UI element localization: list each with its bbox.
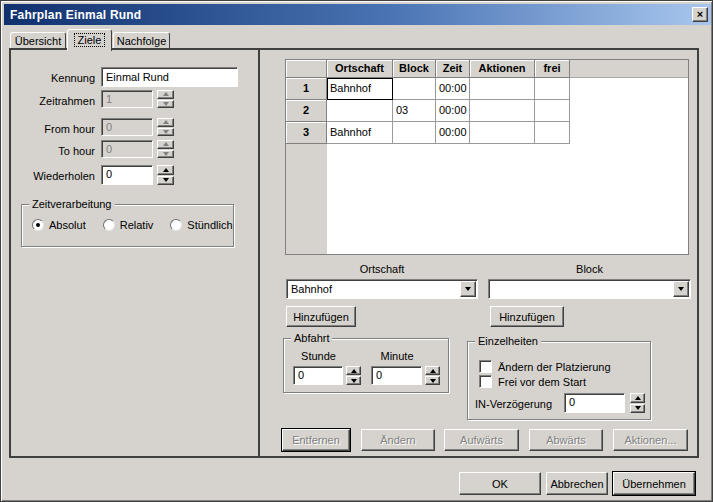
minute-spinner[interactable] bbox=[425, 366, 440, 385]
tab-label: Nachfolge bbox=[117, 35, 167, 47]
absolut-radio[interactable] bbox=[32, 219, 44, 231]
cell-frei[interactable] bbox=[535, 78, 570, 100]
spin-up-button[interactable] bbox=[425, 366, 440, 375]
cell-zeit[interactable]: 00:00 bbox=[436, 78, 470, 100]
cell-aktionen[interactable] bbox=[470, 78, 535, 100]
entfernen-button: Entfernen bbox=[282, 429, 350, 451]
minute-input[interactable]: 0 bbox=[371, 366, 422, 385]
spin-up-button[interactable] bbox=[630, 393, 645, 403]
cell-frei[interactable] bbox=[535, 122, 570, 144]
row-header[interactable]: 1 bbox=[286, 78, 327, 100]
stunde-input[interactable]: 0 bbox=[293, 366, 343, 385]
grid-header-row: Ortschaft Block Zeit Aktionen frei bbox=[286, 60, 688, 78]
einzelheiten-group-title: Einzelheiten bbox=[475, 335, 541, 347]
spin-down-icon bbox=[351, 379, 357, 383]
table-row: 2 03 00:00 bbox=[286, 100, 688, 122]
row-filler bbox=[570, 78, 688, 100]
chevron-down-icon bbox=[465, 287, 471, 291]
ok-button[interactable]: OK bbox=[459, 472, 541, 495]
tab-uebersicht[interactable]: Übersicht bbox=[10, 32, 66, 49]
spin-up-icon bbox=[157, 90, 174, 99]
block-combobox-dropdown-button[interactable] bbox=[673, 281, 689, 297]
cell-block[interactable] bbox=[393, 78, 436, 100]
grid-header-filler bbox=[570, 60, 688, 78]
cell-zeit[interactable]: 00:00 bbox=[436, 122, 470, 144]
uebernehmen-button[interactable]: Übernehmen bbox=[613, 472, 695, 495]
block-combobox[interactable] bbox=[488, 279, 691, 299]
panel-separator bbox=[258, 50, 260, 456]
wiederholen-spinner[interactable] bbox=[157, 165, 174, 185]
spin-up-button[interactable] bbox=[346, 366, 361, 375]
button-label: Hinzufügen bbox=[499, 311, 555, 323]
close-button[interactable]: × bbox=[692, 7, 708, 22]
tab-label: Ziele bbox=[74, 33, 106, 47]
spin-down-button[interactable] bbox=[630, 404, 645, 414]
spin-down-button[interactable] bbox=[157, 176, 174, 186]
relativ-radio-label: Relativ bbox=[120, 219, 154, 231]
ortschaft-combobox[interactable]: Bahnhof bbox=[286, 279, 478, 299]
cell-ortschaft[interactable]: Bahnhof bbox=[327, 122, 393, 144]
spin-up-icon bbox=[635, 396, 641, 400]
button-label: Hinzufügen bbox=[293, 311, 349, 323]
wiederholen-input[interactable]: 0 bbox=[101, 165, 153, 185]
stunde-spinner[interactable] bbox=[346, 366, 361, 385]
kennung-input[interactable] bbox=[101, 67, 238, 87]
kennung-label: Kennung bbox=[15, 72, 95, 84]
cell-block[interactable]: 03 bbox=[393, 100, 436, 122]
table-row: 3 Bahnhof 00:00 bbox=[286, 122, 688, 144]
grid-corner-header bbox=[286, 60, 327, 78]
in-verzoegerung-label: IN-Verzögerung bbox=[475, 398, 552, 410]
button-label: Ändern bbox=[380, 434, 415, 446]
ortschaft-combobox-dropdown-button[interactable] bbox=[460, 281, 476, 297]
titlebar[interactable]: Fahrplan Einmal Rund × bbox=[4, 4, 711, 25]
window-title: Fahrplan Einmal Rund bbox=[4, 8, 141, 22]
chevron-down-icon bbox=[678, 287, 684, 291]
row-filler bbox=[570, 122, 688, 144]
aendern-der-platzierung-label: Ändern der Platzierung bbox=[498, 361, 611, 373]
absolut-radio-label: Absolut bbox=[49, 219, 86, 231]
spin-down-button[interactable] bbox=[425, 376, 440, 385]
aendern-der-platzierung-checkbox[interactable] bbox=[479, 360, 492, 373]
row-header[interactable]: 3 bbox=[286, 122, 327, 144]
spin-down-button[interactable] bbox=[346, 376, 361, 385]
stuendlich-radio[interactable] bbox=[170, 219, 182, 231]
cell-ortschaft[interactable] bbox=[327, 100, 393, 122]
in-verzoegerung-spinner[interactable] bbox=[630, 393, 645, 413]
spin-down-icon bbox=[635, 406, 641, 410]
row-header[interactable]: 2 bbox=[286, 100, 327, 122]
ortschaft-picker-label: Ortschaft bbox=[286, 263, 478, 275]
cell-frei[interactable] bbox=[535, 100, 570, 122]
spin-up-icon bbox=[351, 369, 357, 373]
col-header-frei: frei bbox=[535, 60, 570, 78]
aufwaerts-button: Aufwärts bbox=[444, 429, 519, 451]
stuendlich-radio-label: Stündlich bbox=[187, 219, 232, 231]
spin-up-icon bbox=[163, 168, 169, 172]
table-row: 1 Bahnhof 00:00 bbox=[286, 78, 688, 100]
cell-ortschaft[interactable]: Bahnhof bbox=[327, 78, 393, 100]
ortschaft-combobox-value: Bahnhof bbox=[291, 283, 457, 295]
in-verzoegerung-input[interactable]: 0 bbox=[564, 393, 625, 413]
button-label: OK bbox=[492, 478, 508, 490]
frei-vor-dem-start-checkbox[interactable] bbox=[479, 375, 492, 388]
spin-down-icon bbox=[157, 128, 174, 137]
block-picker-label: Block bbox=[488, 263, 691, 275]
spin-up-icon bbox=[157, 118, 174, 127]
cell-zeit[interactable]: 00:00 bbox=[436, 100, 470, 122]
to-hour-input: 0 bbox=[101, 140, 153, 158]
abfahrt-group: Abfahrt Stunde 0 Minute 0 bbox=[283, 338, 449, 393]
block-hinzufuegen-button[interactable]: Hinzufügen bbox=[490, 306, 564, 327]
tab-ziele[interactable]: Ziele bbox=[67, 29, 112, 51]
spin-down-icon bbox=[430, 379, 436, 383]
spin-up-button[interactable] bbox=[157, 165, 174, 175]
cell-aktionen[interactable] bbox=[470, 122, 535, 144]
abbrechen-button[interactable]: Abbrechen bbox=[546, 472, 608, 495]
col-header-aktionen: Aktionen bbox=[470, 60, 535, 78]
tab-nachfolge[interactable]: Nachfolge bbox=[113, 32, 170, 49]
button-label: Aktionen... bbox=[625, 434, 677, 446]
cell-aktionen[interactable] bbox=[470, 100, 535, 122]
to-hour-label: To hour bbox=[15, 145, 95, 157]
relativ-radio[interactable] bbox=[103, 219, 115, 231]
cell-block[interactable] bbox=[393, 122, 436, 144]
ortschaft-hinzufuegen-button[interactable]: Hinzufügen bbox=[286, 306, 356, 327]
button-label: Entfernen bbox=[292, 434, 340, 446]
